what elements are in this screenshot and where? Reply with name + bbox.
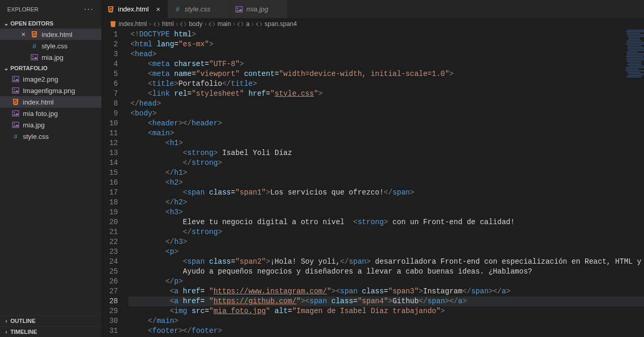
code-line[interactable]: </h1> [128, 168, 644, 178]
close-icon[interactable]: × [20, 30, 27, 38]
code-line[interactable]: <strong> Isabel Yoli Díaz [128, 148, 644, 158]
folder-section[interactable]: ⌄ PORTAFOLIO [0, 63, 101, 73]
line-number[interactable]: 6 [101, 79, 118, 89]
line-number[interactable]: 27 [101, 287, 118, 296]
editor-tab[interactable]: mia.jpg× [230, 0, 287, 18]
code-editor[interactable]: 1234567891011121314151617181920212223242… [101, 30, 644, 337]
code-line[interactable]: <h3> [128, 208, 644, 217]
css-file-icon: # [173, 5, 181, 13]
breadcrumb-label[interactable]: a [246, 20, 249, 28]
code-line[interactable]: <header></header> [128, 119, 644, 128]
breadcrumb-label[interactable]: body [189, 20, 202, 28]
file-tree-item[interactable]: index.html [0, 96, 101, 108]
file-tree-item[interactable]: mia.jpg [0, 119, 101, 131]
collapsed-section[interactable]: ›TIMELINE [0, 326, 101, 337]
line-number[interactable]: 30 [101, 316, 118, 326]
svg-rect-10 [236, 6, 242, 12]
code-line[interactable]: <p> [128, 247, 644, 257]
line-number[interactable]: 18 [101, 198, 118, 208]
line-number[interactable]: 5 [101, 69, 118, 79]
code-line[interactable]: </head> [128, 99, 644, 109]
breadcrumbs[interactable]: index.html›html›body›main›a›span.span4 [101, 18, 644, 30]
line-number[interactable]: 19 [101, 208, 118, 217]
open-editors-section[interactable]: ⌄ OPEN EDITORS [0, 18, 101, 29]
close-icon[interactable]: × [154, 5, 162, 14]
code-line[interactable]: <title>Portafolio</title> [128, 79, 644, 89]
html-file-icon [110, 21, 116, 28]
more-icon[interactable]: ··· [84, 5, 94, 14]
file-tree-item[interactable]: mia foto.jpg [0, 108, 101, 119]
code-line[interactable]: </h3> [128, 237, 644, 247]
chevron-down-icon: ⌄ [2, 20, 10, 27]
line-number[interactable]: 21 [101, 227, 118, 237]
code-line[interactable]: </strong> [128, 227, 644, 237]
code-line[interactable]: <!DOCTYPE html> [128, 30, 644, 40]
code-line[interactable]: <main> [128, 128, 644, 138]
code-line[interactable]: <meta charset="UTF-8"> [128, 59, 644, 69]
chevron-right-icon: › [233, 20, 235, 28]
line-number[interactable]: 2 [101, 40, 118, 49]
code-line[interactable]: Ayudo a pequeños negocios y diseñadores … [128, 267, 644, 277]
line-number[interactable]: 11 [101, 128, 118, 138]
minimap[interactable] [626, 30, 644, 92]
code-line[interactable]: <img src="mia foto.jpg" alt="Imagen de I… [128, 306, 644, 316]
code-line[interactable]: <link rel="stylesheet" href="style.css"> [128, 89, 644, 99]
line-number[interactable]: 23 [101, 247, 118, 257]
code-line[interactable]: </h2> [128, 198, 644, 208]
code-line[interactable]: <span class="span1">Los servicios que of… [128, 188, 644, 198]
breadcrumb-label[interactable]: html [162, 20, 174, 28]
line-number[interactable]: 14 [101, 158, 118, 168]
editor-tab[interactable]: #style.css× [168, 0, 230, 18]
line-number[interactable]: 31 [101, 326, 118, 336]
line-number[interactable]: 22 [101, 237, 118, 247]
code-line[interactable]: </main> [128, 316, 644, 326]
code-line[interactable]: <a href= "https://github.com/"><span cla… [128, 296, 644, 306]
code-line[interactable]: <h1> [128, 138, 644, 148]
image-file-icon [11, 110, 20, 117]
file-tree-item[interactable]: image2.png [0, 73, 101, 85]
line-number[interactable]: 8 [101, 99, 118, 109]
line-number[interactable]: 29 [101, 306, 118, 316]
line-number[interactable]: 10 [101, 119, 118, 128]
collapsed-section[interactable]: ›OUTLINE [0, 315, 101, 326]
open-editor-item[interactable]: #style.css [0, 40, 101, 51]
line-number[interactable]: 24 [101, 257, 118, 267]
code-line[interactable]: <h2> [128, 178, 644, 188]
line-number[interactable]: 15 [101, 168, 118, 178]
code-line[interactable]: <a href= "https://www.instagram.com/"><s… [128, 287, 644, 296]
line-number[interactable]: 13 [101, 148, 118, 158]
code-line[interactable]: Eleve tu negocio digital a otro nivel <s… [128, 217, 644, 227]
line-number[interactable]: 16 [101, 178, 118, 188]
line-number[interactable]: 9 [101, 109, 118, 119]
line-number[interactable]: 1 [101, 30, 118, 40]
line-number[interactable]: 25 [101, 267, 118, 277]
editor-tab[interactable]: index.html× [101, 0, 168, 18]
image-file-icon [11, 121, 20, 128]
code-line[interactable]: <html lang="es-mx"> [128, 40, 644, 49]
line-number[interactable]: 17 [101, 188, 118, 198]
line-number[interactable]: 4 [101, 59, 118, 69]
code-line[interactable]: <body> [128, 109, 644, 119]
line-number[interactable]: 7 [101, 89, 118, 99]
breadcrumb-label[interactable]: main [217, 20, 231, 28]
code-line[interactable]: <meta name="viewport" content="width=dev… [128, 69, 644, 79]
line-number[interactable]: 26 [101, 277, 118, 287]
code-line[interactable]: <span class="span2">¡Hola! Soy yoli,</sp… [128, 257, 644, 267]
breadcrumb-label[interactable]: index.html [119, 20, 147, 28]
code-line[interactable]: </strong> [128, 158, 644, 168]
file-tree-item[interactable]: #style.css [0, 131, 101, 142]
line-number[interactable]: 3 [101, 49, 118, 59]
code-line[interactable]: </p> [128, 277, 644, 287]
tab-label: style.css [185, 5, 211, 13]
file-tree-item[interactable]: Imagenfigma.png [0, 85, 101, 96]
code-line[interactable]: <head> [128, 49, 644, 59]
line-number[interactable]: 28 [101, 296, 118, 306]
open-editor-item[interactable]: mia.jpg [0, 51, 101, 63]
file-name: style.css [23, 133, 49, 140]
code-line[interactable]: <footer></footer> [128, 326, 644, 336]
breadcrumb-label[interactable]: span.span4 [265, 20, 297, 28]
file-name: mia.jpg [42, 54, 63, 61]
line-number[interactable]: 12 [101, 138, 118, 148]
line-number[interactable]: 20 [101, 217, 118, 227]
open-editor-item[interactable]: ×index.html [0, 29, 101, 40]
